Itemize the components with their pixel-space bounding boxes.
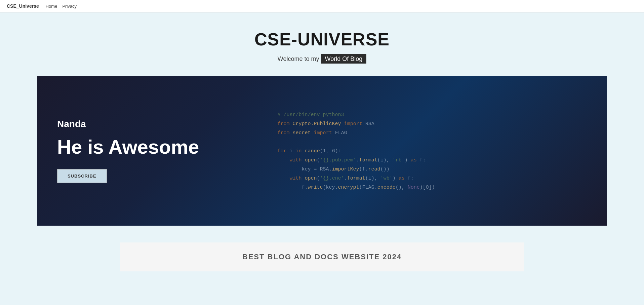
code-line-5: for i in range(1, 6): xyxy=(278,146,435,155)
bottom-card: BEST BLOG AND DOCS WEBSITE 2024 xyxy=(120,242,524,271)
navbar-nav: Home Privacy xyxy=(46,4,77,9)
site-title: CSE-UNIVERSE xyxy=(7,29,637,49)
code-line-9: f.write(key.encrypt(FLAG.encode(), None)… xyxy=(278,183,435,192)
hero-tagline: He is Awesome xyxy=(57,136,199,158)
code-line-8: with open('{}.enc'.format(i), 'wb') as f… xyxy=(278,174,435,183)
nav-link-home[interactable]: Home xyxy=(46,4,57,9)
subtitle-before: Welcome to my xyxy=(278,55,319,62)
hero-banner: #!/usr/bin/env python3 from Crypto.Publi… xyxy=(37,76,607,226)
nav-link-privacy[interactable]: Privacy xyxy=(62,4,77,9)
subtitle-highlight: World Of Blog xyxy=(321,54,367,64)
code-line-blank xyxy=(278,137,435,146)
bottom-section: BEST BLOG AND DOCS WEBSITE 2024 xyxy=(0,226,644,271)
hero-author: Nanda xyxy=(57,119,199,129)
site-subtitle: Welcome to my World Of Blog xyxy=(7,55,637,63)
navbar: CSE_Universe Home Privacy xyxy=(0,0,644,12)
subscribe-button[interactable]: SUBSCRIBE xyxy=(57,169,107,183)
code-line-1: #!/usr/bin/env python3 xyxy=(278,110,435,119)
code-block: #!/usr/bin/env python3 from Crypto.Publi… xyxy=(271,103,442,198)
hero-content: Nanda He is Awesome SUBSCRIBE xyxy=(37,102,219,200)
header-section: CSE-UNIVERSE Welcome to my World Of Blog xyxy=(0,12,644,76)
bottom-card-title: BEST BLOG AND DOCS WEBSITE 2024 xyxy=(127,253,517,261)
code-line-3: from secret import FLAG xyxy=(278,128,435,137)
code-line-6: with open('{}.pub.pem'.format(i), 'rb') … xyxy=(278,155,435,164)
navbar-brand[interactable]: CSE_Universe xyxy=(7,3,39,9)
code-line-2: from Crypto.PublicKey import RSA xyxy=(278,119,435,128)
code-line-7: key = RSA.importKey(f.read()) xyxy=(278,164,435,174)
